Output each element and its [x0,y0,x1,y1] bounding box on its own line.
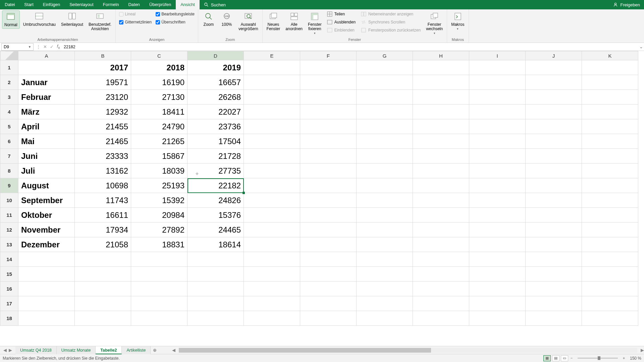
cell-B10[interactable]: 11743 [75,193,131,208]
menu-tab-start[interactable]: Start [19,0,38,9]
row-header-6[interactable]: 6 [0,134,18,149]
cell-E13[interactable] [244,237,300,252]
cell-K3[interactable] [582,90,638,105]
cell-F6[interactable] [300,134,357,149]
col-header-J[interactable]: J [526,51,582,60]
cell-B5[interactable]: 21455 [75,119,131,134]
cell-D14[interactable] [187,252,244,267]
cell-I5[interactable] [469,119,526,134]
cell-A9[interactable]: August [18,178,75,193]
hscroll-thumb[interactable] [179,348,431,353]
cell-H11[interactable] [413,208,469,223]
view-pagebreak-button[interactable]: Umbruchvorschau [21,10,58,28]
freeze-panes-button[interactable]: Fenster fixieren ▾ [306,10,324,37]
cell-J3[interactable] [526,90,582,105]
cell-B1[interactable]: 2017 [75,60,131,75]
cell-G12[interactable] [357,223,413,237]
cell-G18[interactable] [357,311,413,326]
cell-H5[interactable] [413,119,469,134]
cell-J2[interactable] [526,75,582,90]
cell-D7[interactable]: 21728 [187,149,244,164]
cell-H7[interactable] [413,149,469,164]
cell-E17[interactable] [244,296,300,311]
cell-K16[interactable] [582,282,638,296]
row-header-3[interactable]: 3 [0,90,18,105]
cell-B14[interactable] [75,252,131,267]
cell-D4[interactable]: 22027 [187,105,244,119]
chk-headings[interactable]: Überschriften [154,18,196,26]
cell-J15[interactable] [526,267,582,282]
cell-F18[interactable] [300,311,357,326]
cell-G4[interactable] [357,105,413,119]
cell-J10[interactable] [526,193,582,208]
cell-E16[interactable] [244,282,300,296]
cell-G6[interactable] [357,134,413,149]
row-header-1[interactable]: 1 [0,60,18,75]
cell-B4[interactable]: 12932 [75,105,131,119]
cell-C17[interactable] [131,296,187,311]
cell-I17[interactable] [469,296,526,311]
cell-J4[interactable] [526,105,582,119]
cell-F10[interactable] [300,193,357,208]
col-header-C[interactable]: C [131,51,187,60]
cell-H1[interactable] [413,60,469,75]
sheet-tab[interactable]: Umsatz Q4 2018 [15,346,57,354]
cell-K11[interactable] [582,208,638,223]
row-header-7[interactable]: 7 [0,149,18,164]
cell-A13[interactable]: Dezember [18,237,75,252]
cell-H10[interactable] [413,193,469,208]
fill-handle[interactable] [243,192,245,194]
cell-G5[interactable] [357,119,413,134]
col-header-A[interactable]: A [18,51,75,60]
cell-I14[interactable] [469,252,526,267]
cell-G11[interactable] [357,208,413,223]
cell-F1[interactable] [300,60,357,75]
cell-B2[interactable]: 19571 [75,75,131,90]
cell-I1[interactable] [469,60,526,75]
arrange-all-button[interactable]: Alle anordnen [283,10,305,33]
cell-E8[interactable] [244,164,300,178]
cell-B18[interactable] [75,311,131,326]
menu-tab-formeln[interactable]: Formeln [98,0,124,9]
row-header-12[interactable]: 12 [0,223,18,237]
cell-B17[interactable] [75,296,131,311]
zoom-in-button[interactable]: ＋ [621,355,627,361]
cell-I6[interactable] [469,134,526,149]
cell-H18[interactable] [413,311,469,326]
cell-I3[interactable] [469,90,526,105]
cell-F8[interactable] [300,164,357,178]
cell-F2[interactable] [300,75,357,90]
cell-E2[interactable] [244,75,300,90]
cell-I18[interactable] [469,311,526,326]
menu-tab-seitenlayout[interactable]: Seitenlayout [65,0,98,9]
cell-E12[interactable] [244,223,300,237]
cell-K12[interactable] [582,223,638,237]
col-header-D[interactable]: D [187,51,244,60]
cell-I16[interactable] [469,282,526,296]
cell-A4[interactable]: März [18,105,75,119]
cell-G16[interactable] [357,282,413,296]
cell-D15[interactable] [187,267,244,282]
cell-F11[interactable] [300,208,357,223]
fx-icon[interactable]: fx [55,44,62,50]
hscroll-right-icon[interactable]: ▶ [641,348,644,353]
cell-A15[interactable] [18,267,75,282]
cell-G9[interactable] [357,178,413,193]
row-header-17[interactable]: 17 [0,296,18,311]
cell-C9[interactable]: 25193 [131,178,187,193]
cell-E10[interactable] [244,193,300,208]
cell-F14[interactable] [300,252,357,267]
cell-A3[interactable]: Februar [18,90,75,105]
cell-J16[interactable] [526,282,582,296]
cell-D16[interactable] [187,282,244,296]
cell-C2[interactable]: 16190 [131,75,187,90]
col-header-F[interactable]: F [300,51,357,60]
cell-C3[interactable]: 27130 [131,90,187,105]
cell-J14[interactable] [526,252,582,267]
cell-E5[interactable] [244,119,300,134]
cell-H2[interactable] [413,75,469,90]
cell-J8[interactable] [526,164,582,178]
cell-F3[interactable] [300,90,357,105]
cell-J17[interactable] [526,296,582,311]
cell-K5[interactable] [582,119,638,134]
